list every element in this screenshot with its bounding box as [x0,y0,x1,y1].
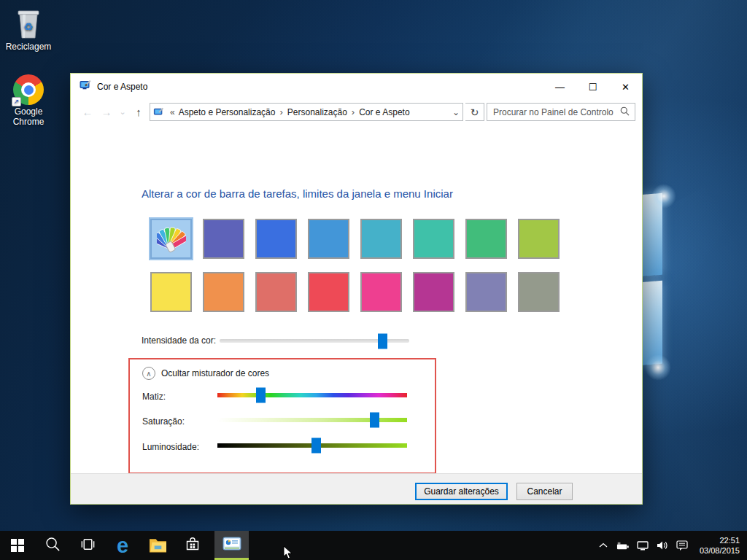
color-mixer-panel-highlight: ∧ Ocultar misturador de cores Matiz: Sat… [128,358,436,474]
file-explorer-icon [148,536,168,556]
action-center-icon[interactable] [676,540,689,551]
color-swatch[interactable] [255,219,297,259]
taskbar-search-button[interactable] [35,531,70,560]
color-swatch[interactable] [465,272,507,312]
breadcrumb-separator: › [279,106,282,117]
maximize-button[interactable]: ☐ [576,74,609,100]
color-swatch[interactable] [308,219,349,259]
show-hidden-icons-chevron[interactable] [597,542,610,548]
color-swatch[interactable] [413,219,454,259]
address-bar[interactable]: « Aspeto e Personalização › Personalizaç… [150,103,463,121]
luminosity-slider-thumb[interactable] [311,438,321,454]
breadcrumb-prefix[interactable]: « [170,107,175,117]
color-swatch[interactable] [518,272,560,312]
saturation-label: Saturação: [142,416,185,427]
color-appearance-taskbar-icon [222,537,241,555]
hue-slider[interactable] [217,393,407,397]
saturation-slider-thumb[interactable] [370,413,379,428]
windows-logo-pane-top [640,193,662,277]
page-title: Alterar a cor de barra de tarefas, limit… [142,187,453,200]
breadcrumb-item[interactable]: Aspeto e Personalização [179,107,276,117]
color-swatch[interactable] [413,272,454,312]
intensity-label: Intensidade da cor: [142,335,216,346]
color-swatch[interactable] [203,272,244,312]
windows-logo-pane-bottom [640,281,662,366]
cancel-button[interactable]: Cancelar [516,483,573,500]
chrome-icon: ↗ [13,74,44,105]
control-panel-window: Cor e Aspeto — ☐ ✕ ← → ⌄ ↑ « Aspeto e Pe… [70,73,643,505]
refresh-icon[interactable]: ↻ [465,103,484,121]
back-icon[interactable]: ← [78,100,97,123]
taskbar-active-app-color-appearance[interactable] [214,531,249,560]
up-icon[interactable]: ↑ [129,100,148,123]
color-swatch[interactable] [203,219,244,259]
address-dropdown-icon[interactable]: ⌄ [452,107,460,117]
edge-icon: e [117,535,128,556]
chevron-up-icon: ∧ [142,367,155,380]
taskbar: e [0,531,747,560]
hue-label: Matiz: [142,392,166,402]
navigation-bar: ← → ⌄ ↑ « Aspeto e Personalização › Pers… [71,100,642,123]
search-icon [620,106,630,118]
breadcrumb-item[interactable]: Cor e Aspeto [359,107,409,117]
dialog-footer: Guardar alterações Cancelar [71,473,642,504]
save-changes-button[interactable]: Guardar alterações [415,483,508,500]
windows-logo-icon [11,539,24,552]
volume-icon[interactable] [656,540,669,551]
minimize-button[interactable]: — [543,74,576,100]
luminosity-slider[interactable] [217,443,407,448]
titlebar[interactable]: Cor e Aspeto — ☐ ✕ [71,74,642,100]
desktop-icon-label: Reciclagem [6,42,52,52]
saturation-slider[interactable] [217,418,407,422]
desktop-icon-recycle-bin[interactable]: ♻ Reciclagem [0,6,57,52]
search-box[interactable] [487,103,635,121]
control-panel-small-icon [153,107,164,117]
desktop-icon-label: Google Chrome [13,106,44,127]
store-button[interactable] [175,531,210,560]
shortcut-arrow-icon: ↗ [12,97,21,106]
intensity-slider-thumb[interactable] [378,333,387,349]
task-view-button[interactable] [70,531,105,560]
window-title: Cor e Aspeto [97,82,147,92]
color-swatch-grid [150,219,588,312]
network-icon[interactable] [636,541,649,551]
recycle-bin-icon: ♻ [12,6,44,39]
search-icon [44,536,61,556]
luminosity-label: Luminosidade: [142,442,199,452]
hue-slider-thumb[interactable] [256,388,266,403]
intensity-slider[interactable] [220,339,409,343]
task-view-icon [80,536,96,556]
color-swatch[interactable] [360,272,402,312]
toggle-label: Ocultar misturador de cores [161,368,269,378]
clock-time: 22:51 [700,535,740,545]
hide-color-mixer-toggle[interactable]: ∧ Ocultar misturador de cores [142,367,269,380]
start-button[interactable] [0,531,35,560]
desktop-icon-google-chrome[interactable]: ↗ Google Chrome [0,74,57,127]
search-input[interactable] [487,107,620,117]
clock-date: 03/08/2015 [700,545,740,556]
color-appearance-icon [80,79,91,94]
close-button[interactable]: ✕ [609,74,642,100]
file-explorer-button[interactable] [140,531,175,560]
store-icon [184,535,201,556]
battery-icon[interactable] [616,541,630,551]
window-content: Alterar a cor de barra de tarefas, limit… [71,123,642,473]
color-swatch[interactable] [255,272,297,312]
color-swatch[interactable] [518,219,560,259]
breadcrumb-item[interactable]: Personalização [287,107,347,117]
edge-button[interactable]: e [105,531,140,560]
color-swatch[interactable] [150,272,192,312]
breadcrumb-separator: › [352,106,355,117]
color-swatch[interactable] [360,219,402,259]
color-swatch[interactable] [465,219,507,259]
color-swatch[interactable] [308,272,349,312]
taskbar-clock[interactable]: 22:51 03/08/2015 [700,535,740,556]
color-swatch-automatic[interactable] [150,219,192,259]
system-tray: 22:51 03/08/2015 [597,531,747,560]
